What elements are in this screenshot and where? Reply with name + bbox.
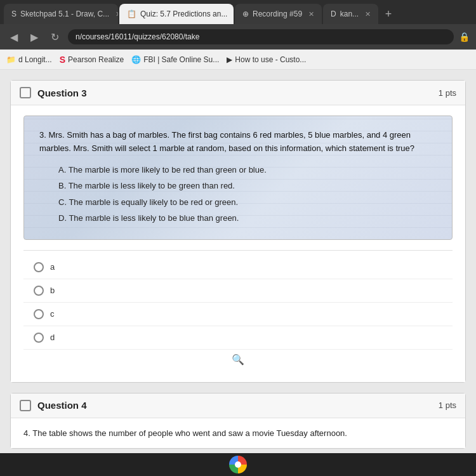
answer-d-label: d	[50, 333, 55, 342]
bookmark-howto-icon: ▶	[227, 55, 232, 64]
question3-text: 3. Mrs. Smith has a bag of marbles. The …	[39, 129, 437, 155]
choice-a: A. The marble is more likely to be red t…	[58, 162, 437, 178]
security-icon: 🔒	[459, 32, 470, 42]
question4-body: 4. The table shows the number of people …	[11, 418, 465, 448]
address-bar: ◀ ▶ ↻ 🔒	[0, 24, 476, 50]
question3-checkbox[interactable]	[20, 87, 31, 98]
question3-pts: 1 pts	[439, 88, 456, 98]
radio-c[interactable]	[34, 309, 44, 319]
answer-b-label: b	[50, 286, 55, 295]
chrome-logo	[229, 456, 247, 473]
bookmark-longit[interactable]: 📁 d Longit...	[6, 55, 52, 64]
tab-recording-close[interactable]: ✕	[308, 10, 314, 18]
answer-option-c[interactable]: c	[23, 303, 453, 326]
bookmark-longit-label: d Longit...	[18, 55, 52, 64]
bookmark-pearson-label: Pearson Realize	[68, 55, 124, 64]
question3-body: 3. Mrs. Smith has a bag of marbles. The …	[11, 105, 465, 382]
answer-c-label: c	[50, 309, 55, 319]
address-input[interactable]	[68, 29, 454, 44]
choice-d: D. The marble is less likely to be blue …	[58, 210, 437, 227]
bookmark-pearson-icon: S	[60, 55, 65, 65]
question4-text: 4. The table shows the number of people …	[23, 428, 453, 438]
page-content: Question 3 1 pts 3. Mrs. Smith has a bag…	[0, 70, 476, 453]
radio-a[interactable]	[34, 262, 44, 272]
question3-choices: A. The marble is more likely to be red t…	[39, 162, 437, 227]
question4-label: Question 4	[37, 400, 87, 411]
tab-quiz[interactable]: 📋 Quiz: 5.7 Predictions an... ✕	[119, 4, 234, 24]
answer-options: a b c d	[23, 250, 453, 350]
question4-checkbox[interactable]	[20, 400, 31, 411]
question3-title: Question 3	[20, 87, 87, 98]
tab-recording-label: Recording #59	[253, 10, 302, 18]
tab-sketchpad[interactable]: S Sketchpad 5.1 - Draw, C... ✕	[4, 4, 118, 24]
tab-kan-label: kan...	[340, 10, 359, 18]
taskbar	[0, 453, 476, 476]
radio-b[interactable]	[34, 286, 44, 296]
new-tab-button[interactable]: +	[380, 5, 397, 23]
bookmarks-bar: 📁 d Longit... S Pearson Realize 🌐 FBI | …	[0, 50, 476, 70]
forward-button[interactable]: ▶	[27, 31, 42, 43]
answer-a-label: a	[50, 262, 55, 272]
bookmark-longit-icon: 📁	[6, 55, 16, 64]
tab-quiz-label: Quiz: 5.7 Predictions an...	[140, 10, 227, 18]
question4-pts: 1 pts	[439, 400, 456, 410]
radio-d[interactable]	[34, 333, 44, 343]
refresh-button[interactable]: ↻	[47, 31, 63, 43]
zoom-area: 🔍	[23, 350, 453, 372]
tab-kan[interactable]: D kan... ✕	[323, 4, 378, 24]
bookmark-howto[interactable]: ▶ How to use - Custo...	[227, 55, 306, 64]
tab-quiz-icon: 📋	[127, 10, 136, 18]
tab-sketchpad-label: Sketchpad 5.1 - Draw, C...	[20, 10, 109, 18]
question4-header: Question 4 1 pts	[11, 393, 465, 418]
question4-title: Question 4	[20, 400, 87, 411]
browser-frame: S Sketchpad 5.1 - Draw, C... ✕ 📋 Quiz: 5…	[0, 0, 476, 453]
answer-option-d[interactable]: d	[23, 326, 453, 350]
question3-image-area: 3. Mrs. Smith has a bag of marbles. The …	[23, 116, 453, 240]
answer-option-b[interactable]: b	[23, 279, 453, 303]
question3-label: Question 3	[37, 88, 87, 98]
answer-option-a[interactable]: a	[23, 256, 453, 279]
tab-recording-icon: ⊕	[242, 10, 249, 18]
bookmark-fbi-icon: 🌐	[131, 55, 141, 64]
tab-sketchpad-close[interactable]: ✕	[116, 10, 118, 18]
bookmark-fbi-label: FBI | Safe Online Su...	[143, 55, 219, 64]
tab-sketchpad-icon: S	[11, 10, 17, 18]
tab-kan-icon: D	[331, 10, 336, 18]
choice-b: B. The marble is less likely to be green…	[58, 178, 437, 194]
question4-card: Question 4 1 pts 4. The table shows the …	[10, 393, 466, 449]
question3-header: Question 3 1 pts	[11, 81, 465, 105]
back-button[interactable]: ◀	[6, 31, 22, 43]
zoom-icon: 🔍	[232, 354, 244, 366]
bookmark-pearson[interactable]: S Pearson Realize	[60, 55, 124, 65]
bookmark-fbi[interactable]: 🌐 FBI | Safe Online Su...	[131, 55, 219, 64]
question3-card: Question 3 1 pts 3. Mrs. Smith has a bag…	[10, 80, 466, 383]
tab-kan-close[interactable]: ✕	[365, 10, 371, 18]
choice-c: C. The marble is equally likely to be re…	[58, 194, 437, 211]
bookmark-howto-label: How to use - Custo...	[235, 55, 306, 64]
tab-recording[interactable]: ⊕ Recording #59 ✕	[235, 4, 322, 24]
tab-bar: S Sketchpad 5.1 - Draw, C... ✕ 📋 Quiz: 5…	[0, 0, 476, 24]
